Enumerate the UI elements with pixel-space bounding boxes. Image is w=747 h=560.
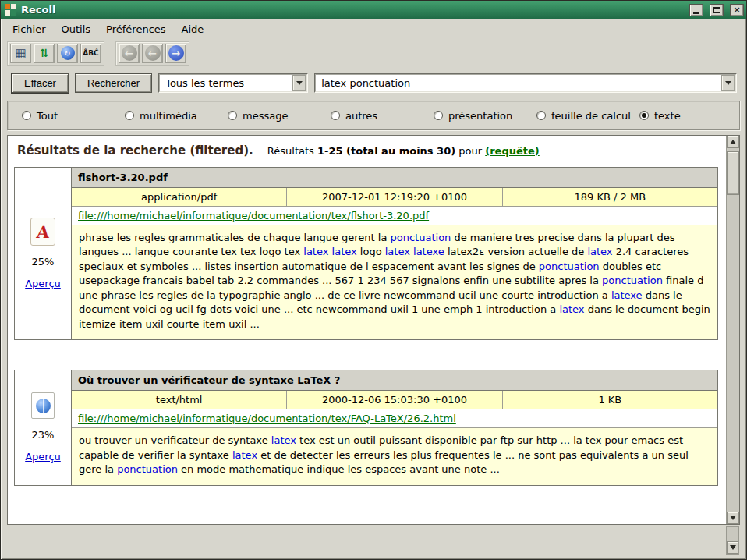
highlighted-term: ponctuation bbox=[539, 261, 600, 272]
term-explorer-button[interactable]: ÂBĈ bbox=[80, 44, 101, 63]
radio-icon[interactable] bbox=[228, 111, 237, 120]
filter-label: feuille de calcul bbox=[551, 110, 631, 122]
filter-texte[interactable]: texte bbox=[639, 110, 681, 122]
scroll-up-button[interactable] bbox=[727, 136, 739, 148]
result-title: Où trouver un vérificateur de syntaxe La… bbox=[72, 370, 717, 391]
preview-link[interactable]: Aperçu bbox=[25, 451, 61, 463]
arrow-up-icon bbox=[730, 140, 736, 144]
scrollbar-thumb[interactable] bbox=[727, 151, 739, 195]
outer-scrollbar[interactable] bbox=[726, 526, 739, 555]
menu-fichier[interactable]: Fichier bbox=[5, 21, 53, 37]
result-url-link[interactable]: file:///home/michael/informatique/docume… bbox=[78, 413, 456, 424]
first-page-button[interactable]: ← bbox=[119, 44, 140, 63]
filter-presentation[interactable]: présentation bbox=[434, 110, 536, 122]
search-tool-button[interactable]: ↻ bbox=[57, 44, 78, 63]
toolbar: ▦ ⇅ ↻ ÂBĈ ← ← → bbox=[1, 39, 746, 67]
filter-label: présentation bbox=[448, 110, 512, 122]
results-scrollbar[interactable] bbox=[726, 136, 739, 524]
search-result-1: A 25% Aperçu flshort-3.20.pdf applicatio… bbox=[14, 167, 718, 340]
filter-feuille-de-calcul[interactable]: feuille de calcul bbox=[536, 110, 639, 122]
back-arrow-icon: ← bbox=[122, 45, 137, 61]
toolbar-group-nav: ← ← → bbox=[115, 41, 189, 66]
result-size: 1 KB bbox=[503, 391, 717, 409]
result-date: 2007-12-01 12:19:20 +0100 bbox=[287, 188, 502, 206]
result-title: flshort-3.20.pdf bbox=[72, 168, 717, 188]
clear-button[interactable]: Effacer bbox=[12, 73, 69, 93]
query-combo bbox=[314, 73, 737, 93]
abstract-text: latex2ε version actuelle de bbox=[444, 246, 588, 257]
highlighted-term: ponctuation bbox=[117, 463, 178, 475]
highlighted-term: latex latexe bbox=[385, 246, 444, 257]
query-input[interactable] bbox=[316, 75, 721, 91]
result-mime: application/pdf bbox=[72, 188, 287, 206]
radio-icon[interactable] bbox=[536, 111, 546, 120]
highlighted-term: latex bbox=[559, 303, 584, 315]
filter-autres[interactable]: autres bbox=[331, 110, 434, 122]
search-mode-combo[interactable]: Tous les termes bbox=[158, 73, 308, 93]
sort-arrows-icon: ⇅ bbox=[40, 47, 49, 59]
prev-page-button[interactable]: ← bbox=[142, 44, 163, 63]
back-arrow-icon-2: ← bbox=[145, 45, 161, 61]
arrow-down-icon bbox=[730, 545, 736, 550]
highlighted-term: ponctuation bbox=[391, 232, 451, 243]
outer-scroll-down-button[interactable] bbox=[727, 541, 738, 554]
query-link[interactable]: (requête) bbox=[485, 145, 540, 157]
filter-label: Tout bbox=[37, 110, 58, 122]
mode-dropdown-button[interactable] bbox=[292, 75, 306, 91]
results-title: Résultats de la recherche (filtered). bbox=[17, 144, 253, 158]
minimize-button[interactable] bbox=[689, 4, 703, 16]
abstract-text: phrase les regles grammaticales de chaqu… bbox=[79, 232, 391, 243]
html-icon bbox=[31, 392, 55, 419]
forward-arrow-icon: → bbox=[168, 45, 184, 61]
radio-icon[interactable] bbox=[639, 111, 649, 120]
result-url-link[interactable]: file:///home/michael/informatique/docume… bbox=[78, 210, 429, 222]
highlighted-term: latex latex bbox=[303, 246, 356, 257]
close-icon: × bbox=[733, 5, 740, 14]
outer-scrollbar-track[interactable] bbox=[727, 527, 738, 541]
menu-preferences[interactable]: Préférences bbox=[99, 21, 172, 37]
filter-multimedia[interactable]: multimédia bbox=[125, 110, 228, 122]
menu-outils[interactable]: Outils bbox=[55, 21, 98, 37]
filter-bar: Tout multimédia message autres présentat… bbox=[7, 101, 740, 130]
recoll-window: Recoll × Fichier Outils Préférences Aide… bbox=[0, 0, 747, 560]
results-list: Résultats de la recherche (filtered). Ré… bbox=[8, 136, 726, 524]
result-info-row: text/html 2000-12-06 15:03:30 +0100 1 KB bbox=[72, 391, 717, 409]
radio-icon[interactable] bbox=[125, 111, 134, 120]
result-gutter: A 25% Aperçu bbox=[15, 168, 71, 339]
filter-message[interactable]: message bbox=[228, 110, 331, 122]
search-mode-value: Tous les termes bbox=[160, 75, 292, 91]
radio-icon[interactable] bbox=[331, 111, 340, 120]
highlighted-term: latex bbox=[587, 246, 612, 257]
scroll-down-button[interactable] bbox=[727, 512, 739, 524]
abstract-text: logo bbox=[357, 246, 385, 257]
scrollbar-track[interactable] bbox=[727, 148, 739, 512]
search-row: Effacer Rechercher Tous les termes bbox=[1, 67, 746, 97]
search-button[interactable]: Rechercher bbox=[75, 73, 152, 93]
result-main: Où trouver un vérificateur de syntaxe La… bbox=[71, 370, 717, 484]
maximize-button[interactable] bbox=[710, 4, 724, 16]
menu-aide[interactable]: Aide bbox=[175, 21, 211, 37]
app-icon bbox=[5, 4, 16, 16]
filter-label: multimédia bbox=[140, 110, 197, 122]
clear-list-button[interactable]: ▦ bbox=[10, 44, 31, 63]
results-connector: pour bbox=[458, 145, 482, 157]
abstract-text: en mode mathematique indique les espaces… bbox=[178, 463, 500, 475]
titlebar[interactable]: Recoll × bbox=[1, 1, 746, 19]
preview-link[interactable]: Aperçu bbox=[25, 278, 61, 289]
highlighted-term: ponctuation bbox=[602, 275, 663, 286]
highlighted-term: latex bbox=[232, 449, 257, 461]
result-mime: text/html bbox=[72, 391, 287, 409]
maximize-icon bbox=[713, 7, 720, 13]
sort-button[interactable]: ⇅ bbox=[34, 44, 55, 63]
next-page-button[interactable]: → bbox=[165, 44, 186, 63]
result-main: flshort-3.20.pdf application/pdf 2007-12… bbox=[71, 168, 717, 339]
result-abstract: ou trouver un verificateur de syntaxe la… bbox=[72, 428, 717, 484]
minimize-icon bbox=[693, 12, 699, 14]
radio-icon[interactable] bbox=[434, 111, 443, 120]
query-history-dropdown-button[interactable] bbox=[721, 75, 735, 91]
filter-label: texte bbox=[654, 110, 681, 122]
close-button[interactable]: × bbox=[730, 4, 744, 16]
radio-icon[interactable] bbox=[22, 111, 31, 120]
results-range: 1-25 (total au moins 30) bbox=[317, 145, 455, 157]
filter-tout[interactable]: Tout bbox=[22, 110, 125, 122]
